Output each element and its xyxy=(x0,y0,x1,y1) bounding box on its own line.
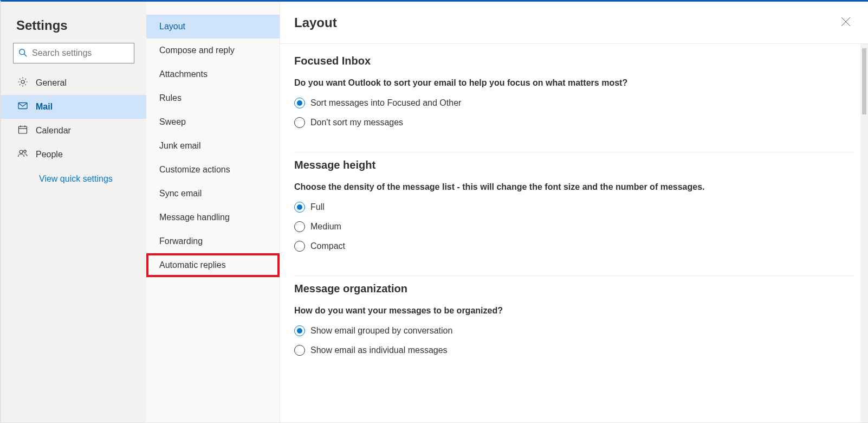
settings-sidebar: Settings General Mail xyxy=(1,2,146,422)
subnav-item-label: Sync email xyxy=(159,189,202,198)
radio-label: Full xyxy=(310,202,325,212)
gear-icon xyxy=(17,76,36,89)
subnav-item[interactable]: Forwarding xyxy=(146,229,280,253)
radio-label: Sort messages into Focused and Other xyxy=(310,98,461,108)
sidebar-item-label: People xyxy=(36,150,63,159)
radio-button[interactable] xyxy=(294,325,305,336)
settings-title: Settings xyxy=(1,12,146,43)
subnav-item-label: Customize actions xyxy=(159,165,230,175)
radio-label: Compact xyxy=(310,241,345,251)
sidebar-item-mail[interactable]: Mail xyxy=(1,95,146,119)
sidebar-item-people[interactable]: People xyxy=(1,143,146,166)
search-icon xyxy=(18,48,28,59)
subnav-item[interactable]: Sync email xyxy=(146,182,280,206)
svg-point-12 xyxy=(24,150,26,152)
radio-label: Don't sort my messages xyxy=(310,118,403,127)
radio-button[interactable] xyxy=(294,98,305,108)
close-button[interactable] xyxy=(838,14,854,31)
search-wrap xyxy=(1,43,146,71)
subnav-item-label: Sweep xyxy=(159,117,186,127)
search-input[interactable] xyxy=(28,48,140,58)
main-scroll[interactable]: Focused InboxDo you want Outlook to sort… xyxy=(280,44,868,422)
subnav-item-label: Attachments xyxy=(159,69,208,79)
radio-option[interactable]: Compact xyxy=(294,241,854,252)
subnav-item[interactable]: Attachments xyxy=(146,62,280,86)
radio-button[interactable] xyxy=(294,117,305,128)
radio-option[interactable]: Don't sort my messages xyxy=(294,117,854,128)
radio-label: Show email as individual messages xyxy=(310,345,448,355)
svg-rect-4 xyxy=(19,126,27,133)
radio-label: Show email grouped by conversation xyxy=(310,326,452,336)
subnav-item[interactable]: Automatic replies xyxy=(146,253,280,277)
radio-button[interactable] xyxy=(294,345,305,356)
sidebar-item-general[interactable]: General xyxy=(1,71,146,95)
section-description: Choose the density of the message list -… xyxy=(294,182,854,192)
settings-section: Focused InboxDo you want Outlook to sort… xyxy=(294,55,854,152)
svg-point-2 xyxy=(21,80,24,84)
settings-section: Message organizationHow do you want your… xyxy=(294,283,854,380)
subnav-item-label: Layout xyxy=(159,22,185,31)
svg-point-11 xyxy=(20,150,23,153)
radio-button[interactable] xyxy=(294,241,305,252)
radio-option[interactable]: Show email as individual messages xyxy=(294,345,854,356)
view-quick-settings-link[interactable]: View quick settings xyxy=(39,174,113,183)
settings-nav: General Mail Calendar People xyxy=(1,71,146,166)
subnav-item-label: Message handling xyxy=(159,213,230,222)
settings-section: Message heightChoose the density of the … xyxy=(294,159,854,276)
sidebar-item-calendar[interactable]: Calendar xyxy=(1,119,146,143)
radio-option[interactable]: Medium xyxy=(294,221,854,232)
close-icon xyxy=(841,20,851,28)
svg-line-1 xyxy=(24,54,27,56)
calendar-icon xyxy=(17,124,36,137)
radio-button[interactable] xyxy=(294,221,305,232)
mail-icon xyxy=(17,100,36,113)
radio-option[interactable]: Show email grouped by conversation xyxy=(294,325,854,336)
subnav-item[interactable]: Message handling xyxy=(146,206,280,229)
quick-settings-row: View quick settings xyxy=(1,166,146,184)
main-panel: Layout Focused InboxDo you want Outlook … xyxy=(280,2,868,422)
people-icon xyxy=(17,148,36,161)
svg-point-0 xyxy=(20,49,25,54)
radio-button[interactable] xyxy=(294,202,305,213)
subnav-item[interactable]: Customize actions xyxy=(146,158,280,182)
page-title: Layout xyxy=(294,15,337,30)
settings-app: Settings General Mail xyxy=(0,0,868,423)
search-box[interactable] xyxy=(13,43,134,63)
subnav-item-label: Forwarding xyxy=(159,236,203,246)
mail-subnav: LayoutCompose and replyAttachmentsRulesS… xyxy=(146,2,280,422)
sidebar-item-label: General xyxy=(36,78,67,88)
section-description: Do you want Outlook to sort your email t… xyxy=(294,78,854,88)
subnav-list: LayoutCompose and replyAttachmentsRulesS… xyxy=(146,2,280,277)
subnav-item-label: Compose and reply xyxy=(159,46,235,55)
main-header: Layout xyxy=(280,2,868,44)
subnav-item[interactable]: Rules xyxy=(146,86,280,110)
section-heading: Message organization xyxy=(294,283,854,295)
scrollbar-thumb[interactable] xyxy=(862,48,866,114)
subnav-item-label: Junk email xyxy=(159,141,200,151)
radio-label: Medium xyxy=(310,222,341,232)
section-heading: Message height xyxy=(294,159,854,171)
section-heading: Focused Inbox xyxy=(294,55,854,67)
subnav-item[interactable]: Sweep xyxy=(146,110,280,134)
subnav-item-label: Automatic replies xyxy=(159,260,226,270)
section-description: How do you want your messages to be orga… xyxy=(294,306,854,316)
subnav-item-label: Rules xyxy=(159,93,182,103)
subnav-item[interactable]: Compose and reply xyxy=(146,39,280,62)
subnav-item[interactable]: Layout xyxy=(146,15,280,39)
radio-option[interactable]: Full xyxy=(294,202,854,213)
sidebar-item-label: Calendar xyxy=(36,126,71,136)
scrollbar[interactable] xyxy=(860,44,868,422)
radio-option[interactable]: Sort messages into Focused and Other xyxy=(294,98,854,108)
sidebar-item-label: Mail xyxy=(36,102,53,112)
subnav-item[interactable]: Junk email xyxy=(146,134,280,158)
